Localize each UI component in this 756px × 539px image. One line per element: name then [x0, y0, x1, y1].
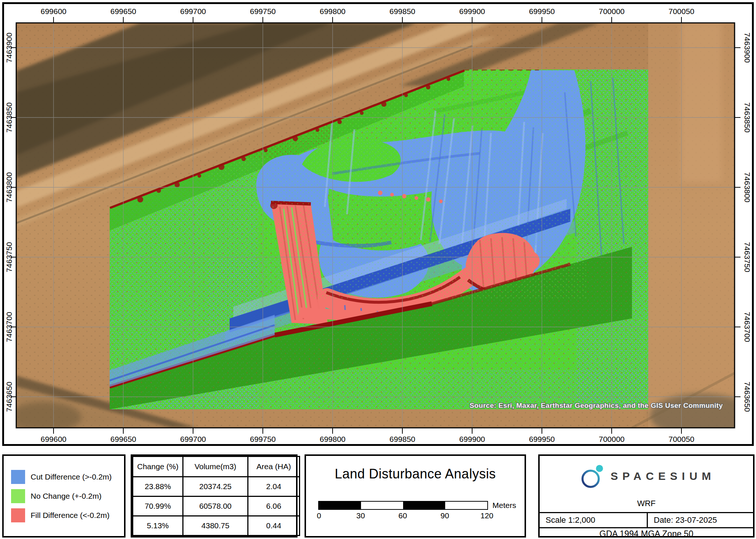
x-axis-label: 699950: [529, 7, 555, 16]
y-axis-label: 7463700: [743, 312, 752, 342]
x-axis-label: 699600: [41, 435, 66, 443]
page-title: Land Disturbance Analysis: [306, 466, 525, 482]
map-sheet: Source: Esri, Maxar, Earthstar Geographi…: [0, 0, 756, 539]
scalebar-segment: [319, 502, 361, 509]
scalebar-tick-label: 120: [480, 511, 493, 520]
x-axis-label: 700000: [599, 435, 625, 443]
title-panel: Land Disturbance Analysis 0 30 60 90 120…: [305, 454, 526, 538]
x-axis-label: 699950: [529, 435, 555, 443]
y-axis-label: 7463850: [5, 102, 13, 133]
table-header-row: Change (%) Volume(m3) Area (HA): [133, 457, 300, 477]
legend-item-label: Cut Difference (>-0.2m): [31, 473, 112, 481]
y-axis-label: 7463650: [743, 382, 752, 412]
scalebar-segment: [403, 502, 445, 509]
col-header-change: Change (%): [133, 457, 183, 477]
cut-swatch: [11, 470, 25, 484]
cell-change-cut: 23.88%: [133, 477, 183, 497]
table-row: 5.13% 4380.75 0.44: [133, 516, 300, 536]
scalebar-tick-label: 30: [356, 511, 365, 520]
cell-change-nochange: 70.99%: [133, 497, 183, 516]
map-scale: Scale 1:2,000: [540, 513, 648, 528]
x-axis-label: 699800: [320, 435, 346, 443]
fill-swatch: [11, 508, 25, 522]
x-axis-label: 700050: [669, 435, 694, 443]
x-axis-label: 699650: [110, 7, 136, 16]
y-axis-label: 7463750: [743, 242, 752, 272]
x-axis-label: 699800: [320, 7, 346, 16]
legend-item-nochange: No Change (+-0.2m): [11, 489, 124, 503]
x-axis-label: 699850: [389, 435, 415, 443]
scalebar-segment: [361, 502, 403, 509]
cell-volume-nochange: 60578.00: [183, 497, 248, 516]
cell-volume-fill: 4380.75: [183, 516, 248, 536]
legend-item-fill: Fill Difference (<-0.2m): [11, 508, 124, 522]
legend-item-label: Fill Difference (<-0.2m): [31, 511, 110, 520]
y-axis-label: 7463850: [743, 102, 752, 133]
brand-logo: SPACESIUM: [540, 456, 753, 497]
stats-table-panel: Change (%) Volume(m3) Area (HA) 23.88% 2…: [131, 454, 298, 538]
no-change-swatch: [11, 489, 25, 503]
y-axis-label: 7463700: [5, 312, 13, 342]
scalebar-tick-label: 90: [440, 511, 449, 520]
table-row: 70.99% 60578.00 6.06: [133, 497, 300, 516]
brand-panel: SPACESIUM WRF Scale 1:2,000 Date: 23-07-…: [538, 454, 755, 538]
stats-table: Change (%) Volume(m3) Area (HA) 23.88% 2…: [132, 456, 300, 536]
map-imagery: Source: Esri, Maxar, Earthstar Geographi…: [7, 23, 753, 438]
col-header-area: Area (HA): [248, 457, 300, 477]
brand-name: SPACESIUM: [611, 470, 715, 482]
cell-area-cut: 2.04: [248, 477, 300, 497]
x-axis-label: 699600: [41, 7, 66, 16]
scalebar-tick-label: 0: [317, 511, 321, 520]
legend-item-label: No Change (+-0.2m): [31, 492, 102, 501]
attribution-text: Source: Esri, Maxar, Earthstar Geographi…: [470, 402, 723, 409]
legend: Cut Difference (>-0.2m) No Change (+-0.2…: [2, 454, 126, 538]
x-axis-label: 699650: [110, 435, 136, 443]
y-axis-label: 7463900: [5, 33, 13, 63]
cell-change-fill: 5.13%: [133, 516, 183, 536]
map-date: Date: 23-07-2025: [648, 513, 753, 528]
scalebar-segment: [445, 502, 487, 509]
y-axis-label: 7463900: [743, 33, 752, 63]
scalebar: 0 30 60 90 120 Meters: [318, 501, 525, 525]
x-axis-label: 699750: [250, 435, 276, 443]
brand-meta-row: Scale 1:2,000 Date: 23-07-2025: [540, 512, 753, 528]
cell-area-nochange: 6.06: [248, 497, 300, 516]
map-frame: Source: Esri, Maxar, Earthstar Geographi…: [0, 0, 756, 448]
map-datum: GDA 1994 MGA Zone 50: [540, 527, 753, 536]
x-axis-label: 700000: [599, 7, 625, 16]
x-axis-label: 699700: [180, 7, 206, 16]
cell-area-fill: 0.44: [248, 516, 300, 536]
x-axis-label: 700050: [669, 7, 694, 16]
x-axis-label: 699850: [389, 7, 415, 16]
spacesium-logo-icon: [577, 462, 605, 490]
x-axis-label: 699750: [250, 7, 276, 16]
x-axis-label: 699900: [459, 435, 485, 443]
x-axis-label: 699900: [459, 7, 485, 16]
col-header-volume: Volume(m3): [183, 457, 248, 477]
y-axis-label: 7463650: [5, 382, 13, 412]
x-axis-label: 699700: [180, 435, 206, 443]
y-axis-label: 7463800: [743, 172, 752, 202]
table-row: 23.88% 20374.25 2.04: [133, 477, 300, 497]
scalebar-unit: Meters: [492, 501, 516, 510]
y-axis-label: 7463800: [5, 172, 13, 202]
y-axis-label: 7463750: [5, 242, 13, 272]
cell-volume-cut: 20374.25: [183, 477, 248, 497]
legend-item-cut: Cut Difference (>-0.2m): [11, 470, 124, 484]
scalebar-tick-label: 60: [398, 511, 407, 520]
scalebar-bar: [318, 501, 488, 510]
brand-subtitle: WRF: [540, 497, 753, 512]
